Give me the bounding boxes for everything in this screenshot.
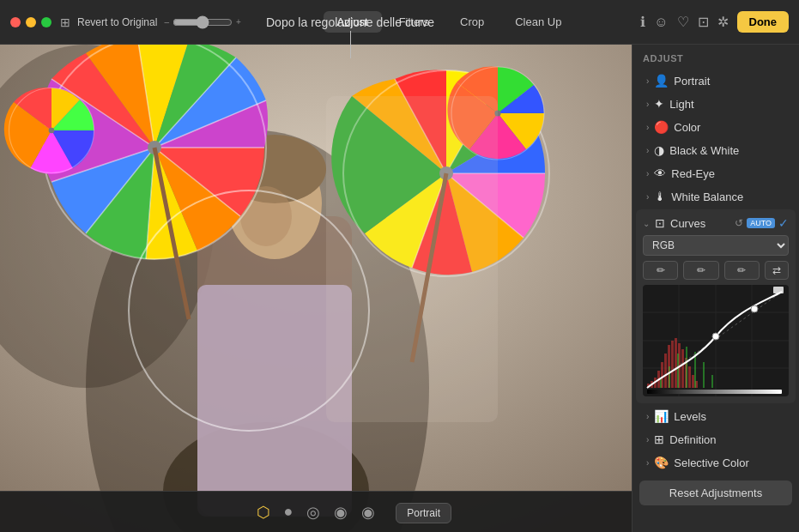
tooltip-stem bbox=[350, 31, 351, 58]
eyedropper-btn-3[interactable]: ✏ bbox=[724, 261, 760, 280]
maximize-button[interactable] bbox=[41, 17, 51, 27]
info-icon[interactable]: ℹ bbox=[640, 14, 645, 30]
bottom-toolbar: ⬡ ● ◎ ◉ ◉ Portrait bbox=[0, 491, 632, 532]
curves-reset-icon[interactable]: ↺ bbox=[735, 217, 743, 229]
svg-rect-58 bbox=[677, 354, 679, 388]
svg-rect-46 bbox=[664, 354, 667, 388]
tab-cleanup[interactable]: Clean Up bbox=[501, 11, 575, 33]
svg-rect-59 bbox=[686, 347, 687, 388]
close-button[interactable] bbox=[10, 17, 21, 27]
curves-icon: ⊡ bbox=[655, 216, 665, 230]
swap-btn[interactable]: ⇄ bbox=[765, 261, 789, 280]
curves-header: ⌄ ⊡ Curves ↺ AUTO ✓ bbox=[643, 216, 789, 230]
curves-label: Curves bbox=[670, 217, 705, 230]
svg-point-32 bbox=[49, 128, 55, 134]
color-icon: 🔴 bbox=[654, 120, 669, 134]
selective-color-label: Selective Color bbox=[674, 456, 748, 469]
brightness-slider-container: – + bbox=[164, 15, 240, 29]
eyedropper-btn-2[interactable]: ✏ bbox=[683, 261, 718, 280]
svg-rect-54 bbox=[692, 375, 694, 388]
bottom-icon-5[interactable]: ◉ bbox=[361, 503, 375, 522]
adjust-item-color[interactable]: › 🔴 Color bbox=[636, 116, 796, 138]
revert-button[interactable]: Revert to Original bbox=[77, 16, 157, 28]
chevron-curves: ⌄ bbox=[643, 219, 650, 228]
svg-point-65 bbox=[751, 305, 758, 312]
reset-adjustments-button[interactable]: Reset Adjustments bbox=[639, 481, 792, 505]
done-button[interactable]: Done bbox=[737, 11, 790, 33]
redeye-label: Red-Eye bbox=[671, 167, 715, 180]
chevron-definition: › bbox=[646, 435, 649, 444]
bw-icon: ◑ bbox=[654, 143, 664, 157]
tools-icon[interactable]: ✲ bbox=[717, 14, 729, 30]
bottom-icon-3[interactable]: ◎ bbox=[306, 503, 320, 522]
levels-label: Levels bbox=[674, 410, 706, 423]
svg-point-64 bbox=[712, 333, 719, 340]
svg-rect-53 bbox=[688, 366, 691, 388]
eyedropper-row: ✏ ✏ ✏ ⇄ bbox=[643, 261, 789, 280]
chevron-levels: › bbox=[646, 412, 649, 421]
wb-label: White Balance bbox=[671, 190, 743, 203]
svg-rect-61 bbox=[703, 362, 705, 388]
tab-crop[interactable]: Crop bbox=[446, 11, 498, 33]
traffic-lights bbox=[10, 17, 51, 27]
curves-section: ⌄ ⊡ Curves ↺ AUTO ✓ RGB Red Green Blue ✏… bbox=[636, 209, 796, 403]
chevron-selective-color: › bbox=[646, 458, 649, 468]
heart-icon[interactable]: ♡ bbox=[677, 14, 689, 30]
selective-color-icon: 🎨 bbox=[654, 456, 669, 469]
svg-rect-66 bbox=[647, 390, 782, 394]
portrait-label: Portrait bbox=[674, 75, 710, 88]
chevron-bw: › bbox=[646, 146, 649, 155]
duplicate-icon[interactable]: ⊡ bbox=[698, 14, 709, 30]
image-area bbox=[0, 45, 632, 532]
svg-rect-67 bbox=[773, 287, 784, 293]
curve-graph[interactable] bbox=[643, 285, 789, 396]
chevron-light: › bbox=[646, 100, 649, 109]
light-label: Light bbox=[669, 98, 693, 111]
svg-rect-57 bbox=[669, 366, 670, 388]
tooltip: Dopo la regolazione delle curve bbox=[266, 15, 434, 58]
minimize-button[interactable] bbox=[26, 17, 36, 27]
chevron-portrait: › bbox=[646, 76, 649, 86]
adjust-item-selective-color[interactable]: › 🎨 Selective Color bbox=[636, 451, 796, 474]
definition-label: Definition bbox=[669, 433, 716, 446]
chevron-wb: › bbox=[646, 192, 649, 202]
tooltip-text: Dopo la regolazione delle curve bbox=[266, 15, 434, 29]
adjust-item-redeye[interactable]: › 👁 Red-Eye bbox=[636, 162, 796, 184]
light-icon: ✦ bbox=[654, 97, 664, 111]
levels-icon: 📊 bbox=[654, 409, 669, 423]
bottom-icon-4[interactable]: ◉ bbox=[334, 503, 348, 522]
rgb-dropdown[interactable]: RGB Red Green Blue bbox=[643, 235, 789, 256]
adjust-item-levels[interactable]: › 📊 Levels bbox=[636, 405, 796, 427]
curves-auto-badge[interactable]: AUTO bbox=[747, 218, 775, 228]
redeye-icon: 👁 bbox=[654, 166, 666, 180]
bottom-icon-2[interactable]: ● bbox=[284, 503, 294, 521]
portrait-icon: 👤 bbox=[654, 74, 669, 88]
slider-min-icon: – bbox=[164, 17, 169, 27]
svg-rect-34 bbox=[326, 96, 498, 422]
adjust-item-wb[interactable]: › 🌡 White Balance bbox=[636, 185, 796, 208]
slider-max-icon: + bbox=[236, 17, 241, 27]
svg-rect-56 bbox=[660, 379, 662, 388]
share-icon[interactable]: ☺ bbox=[654, 15, 668, 30]
svg-rect-62 bbox=[711, 375, 713, 388]
curves-check-icon[interactable]: ✓ bbox=[778, 216, 789, 230]
chevron-redeye: › bbox=[646, 169, 649, 178]
definition-icon: ⊞ bbox=[654, 432, 664, 446]
adjust-item-light[interactable]: › ✦ Light bbox=[636, 93, 796, 115]
curves-title[interactable]: ⌄ ⊡ Curves bbox=[643, 216, 705, 230]
svg-rect-48 bbox=[671, 341, 674, 388]
brightness-slider[interactable] bbox=[173, 15, 233, 29]
adjust-item-portrait[interactable]: › 👤 Portrait bbox=[636, 70, 796, 92]
bottom-icon-1[interactable]: ⬡ bbox=[257, 503, 270, 522]
chevron-color: › bbox=[646, 123, 649, 132]
portrait-button[interactable]: Portrait bbox=[396, 503, 451, 523]
window-icon: ⊞ bbox=[60, 15, 70, 29]
svg-rect-49 bbox=[675, 338, 677, 388]
bw-label: Black & White bbox=[669, 144, 739, 157]
adjust-item-bw[interactable]: › ◑ Black & White bbox=[636, 139, 796, 161]
adjust-item-definition[interactable]: › ⊞ Definition bbox=[636, 428, 796, 450]
color-label: Color bbox=[674, 121, 700, 134]
eyedropper-btn-1[interactable]: ✏ bbox=[643, 261, 678, 280]
toolbar-right: ℹ ☺ ♡ ⊡ ✲ Done bbox=[640, 11, 789, 33]
right-panel: ADJUST › 👤 Portrait › ✦ Light › 🔴 Color … bbox=[632, 45, 799, 532]
